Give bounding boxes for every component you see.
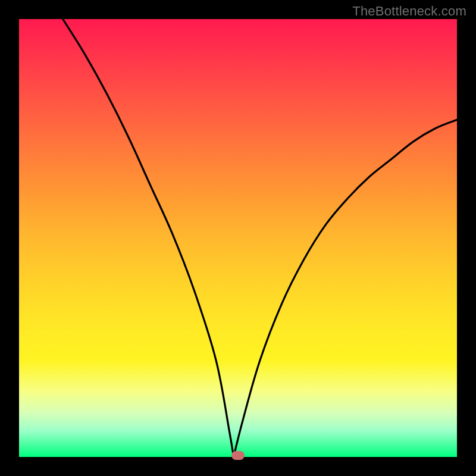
bottleneck-curve bbox=[19, 19, 457, 457]
chart-frame: TheBottleneck.com bbox=[0, 0, 476, 476]
optimum-marker bbox=[231, 451, 245, 460]
watermark-text: TheBottleneck.com bbox=[352, 4, 466, 19]
curve-path bbox=[63, 19, 457, 457]
